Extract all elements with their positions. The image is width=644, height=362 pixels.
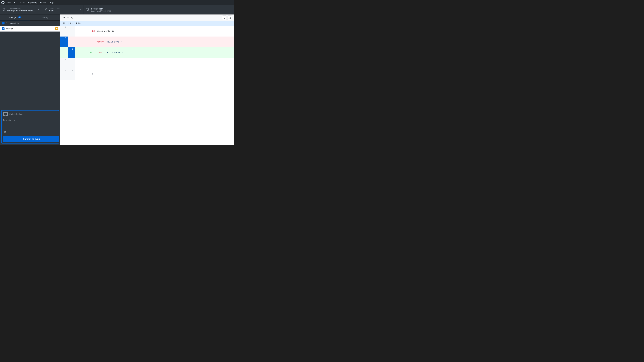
diff-line-content: + return "Hello World!": [75, 47, 234, 58]
maximize-button[interactable]: □: [224, 1, 228, 4]
diff-new-num: [68, 36, 75, 47]
diff-line-content: #: [75, 69, 234, 80]
diff-old-num: 2: [60, 36, 68, 47]
commit-description-area: [2, 118, 58, 129]
diff-view-button[interactable]: [227, 15, 232, 20]
diff-line: 2 - return "Hello Worl!": [60, 36, 234, 47]
add-coauthor-button[interactable]: [3, 130, 7, 134]
sidebar-tabs: Changes1 History: [0, 14, 60, 20]
diff-line-nums: 2: [60, 36, 75, 47]
diff-line-nums: 4 4: [60, 69, 75, 80]
file-list: hello.py: [0, 26, 60, 109]
repo-icon: [2, 8, 5, 11]
select-all-checkbox[interactable]: [2, 22, 4, 24]
diff-sign: -: [90, 40, 92, 43]
diff-area: hello.py @@ -1,4 +1,4 @@: [60, 14, 234, 145]
diff-line-content: - return "Hello Worl!": [75, 36, 234, 47]
diff-new-num: 1: [68, 26, 75, 36]
diff-line: 1 1 def hello_world():: [60, 26, 234, 36]
branch-text: Current branch main: [48, 7, 78, 12]
fetch-text: Fetch origin Last fetched Oct 21, 2022: [91, 7, 116, 12]
menu-file[interactable]: File: [6, 1, 12, 4]
commit-description-input[interactable]: [3, 119, 57, 127]
commit-panel: Commit to main: [1, 110, 59, 143]
menu-view[interactable]: View: [19, 1, 26, 4]
diff-old-num: [60, 47, 68, 58]
repo-label: Current repository: [7, 7, 36, 9]
diff-line-nums: 3 3: [60, 58, 75, 69]
menu-help[interactable]: Help: [48, 1, 55, 4]
changed-files-header: 1 changed file: [0, 20, 60, 26]
diff-line-nums: 2: [60, 47, 75, 58]
changed-count-label: 1 changed file: [6, 22, 19, 24]
main-content: Changes1 History 1 changed file hello.py: [0, 14, 234, 145]
menu-branch[interactable]: Branch: [38, 1, 48, 4]
close-button[interactable]: ✕: [228, 1, 233, 4]
tab-changes[interactable]: Changes1: [0, 14, 30, 20]
commit-footer: [2, 129, 58, 135]
diff-filename: hello.py: [63, 16, 73, 19]
diff-header-actions: [222, 15, 232, 20]
diff-hunk-header: @@ -1,4 +1,4 @@: [60, 21, 234, 26]
diff-line-nums: 1 1: [60, 26, 75, 36]
diff-new-num: 4: [68, 69, 75, 80]
current-branch-section[interactable]: Current branch main ▼: [42, 5, 84, 14]
diff-new-num: 2: [68, 47, 75, 58]
diff-line-content: [75, 58, 234, 69]
current-repo-section[interactable]: Current repository coding-environment-se…: [0, 5, 42, 14]
commit-button[interactable]: Commit to main: [3, 136, 59, 142]
repo-name: coding-environment-setup...: [7, 9, 36, 12]
file-name: hello.py: [6, 27, 56, 30]
minimize-button[interactable]: —: [218, 1, 223, 4]
github-logo-icon: [1, 1, 4, 4]
diff-sign: [90, 30, 92, 32]
diff-sign: [90, 62, 92, 64]
diff-sign: [90, 73, 92, 75]
modified-dot-icon: [56, 28, 58, 29]
branch-chevron-icon: ▼: [79, 9, 81, 11]
branch-icon: [44, 8, 47, 11]
menu-bar: File Edit View Repository Branch Help: [6, 1, 55, 4]
branch-label: Current branch: [48, 7, 78, 9]
diff-old-num: 1: [60, 26, 68, 36]
diff-header: hello.py: [60, 14, 234, 21]
file-modified-badge: [56, 27, 58, 30]
diff-line-content: def hello_world():: [75, 26, 234, 36]
diff-sign: +: [90, 51, 92, 54]
diff-old-num: 3: [60, 58, 68, 69]
list-item[interactable]: hello.py: [0, 26, 60, 31]
menu-repository[interactable]: Repository: [26, 1, 38, 4]
tab-history[interactable]: History: [30, 14, 60, 20]
fetch-origin-section[interactable]: Fetch origin Last fetched Oct 21, 2022: [84, 5, 119, 14]
diff-content: @@ -1,4 +1,4 @@ 1 1 def hello_world(): 2: [60, 21, 234, 145]
sidebar: Changes1 History 1 changed file hello.py: [0, 14, 60, 145]
commit-summary-row: [2, 110, 58, 118]
fetch-icon: [86, 8, 90, 11]
repo-chevron-icon: ▼: [38, 9, 39, 11]
menu-edit[interactable]: Edit: [12, 1, 19, 4]
commit-avatar: [3, 112, 8, 116]
fetch-subtitle: Last fetched Oct 21, 2022: [91, 10, 116, 12]
commit-summary-input[interactable]: [9, 113, 57, 115]
repo-text: Current repository coding-environment-se…: [7, 7, 36, 12]
toolbar: Current repository coding-environment-se…: [0, 5, 234, 14]
fetch-title: Fetch origin: [91, 7, 116, 10]
branch-name: main: [48, 9, 78, 12]
diff-new-num: 3: [68, 58, 75, 69]
titlebar: File Edit View Repository Branch Help — …: [0, 0, 234, 5]
changes-badge: 1: [18, 16, 21, 18]
diff-settings-button[interactable]: [222, 15, 227, 20]
diff-line: 4 4 #: [60, 69, 234, 80]
diff-line: 3 3: [60, 58, 234, 69]
file-checkbox[interactable]: [2, 27, 4, 30]
diff-old-num: 4: [60, 69, 68, 80]
diff-line: 2 + return "Hello World!": [60, 47, 234, 58]
window-controls: — □ ✕: [218, 1, 233, 4]
